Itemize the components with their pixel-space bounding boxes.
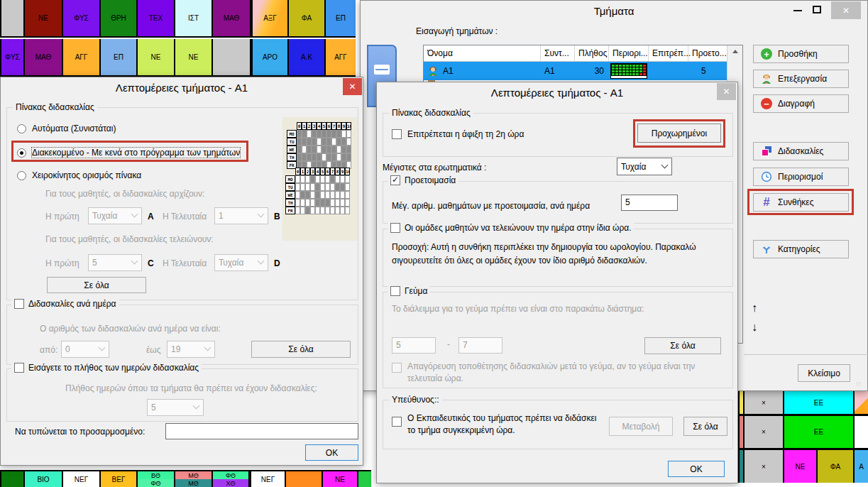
timetable-cell: Α	[853, 450, 868, 483]
resize-grip[interactable]: ∷	[857, 381, 864, 388]
lunch-from-input[interactable]: 5	[392, 337, 436, 354]
maximize-icon[interactable]	[813, 6, 821, 13]
minigrid-cell	[346, 138, 351, 146]
ok-button-left[interactable]: OK	[305, 444, 358, 461]
add-button[interactable]: + Προσθήκη	[753, 45, 849, 63]
minigrid-cell	[326, 138, 331, 146]
advanced-button[interactable]: Προχωρημένοι	[637, 124, 721, 143]
left-dialog-titlebar[interactable]: Λεπτομέρειες τμήματος - A1 ✕	[1, 77, 363, 97]
arrival-checkbox-row[interactable]: Επιτρέπεται η άφιξη τη 2η ώρα	[392, 129, 524, 139]
minigrid-cell	[341, 138, 346, 146]
preview-grid-2[interactable]: 012345678910MOTUWETHFR	[285, 168, 350, 214]
lunch-to-input[interactable]: 7	[458, 337, 502, 354]
radio-icon[interactable]	[17, 171, 26, 180]
categories-button[interactable]: Κατηγορίες	[753, 240, 849, 258]
arrival-checkbox[interactable]	[392, 129, 402, 139]
lunch-checkbox[interactable]	[390, 286, 400, 296]
radio-automatic[interactable]: Αυτόματα (Συνιστάται)	[17, 124, 116, 133]
minigrid-cell	[331, 130, 336, 138]
change-button[interactable]: Μεταβολή	[609, 417, 673, 436]
col-name[interactable]: Όνομα	[424, 45, 541, 61]
squares-icon	[761, 146, 772, 157]
teachings-button[interactable]: Διδασκαλίες	[753, 142, 849, 160]
minigrid-cell	[305, 199, 310, 207]
minimize-icon[interactable]	[793, 10, 802, 11]
group-per-day-caption[interactable]: Διδασκαλίες ανά ημέρα	[11, 299, 119, 309]
minigrid-cell	[310, 191, 315, 199]
row-count: 30	[595, 66, 604, 76]
timetable-cell: ΝΕΓ	[248, 471, 285, 487]
minigrid-cell	[305, 207, 310, 214]
table-row[interactable]: A1 A1 30 5	[424, 62, 742, 80]
radio-icon-selected[interactable]	[17, 148, 26, 158]
group-preparation-caption[interactable]: Προετοιμασία	[388, 175, 458, 185]
minigrid-cell	[335, 183, 340, 191]
move-up-icon[interactable]: ↑	[752, 302, 757, 314]
col-allowed[interactable]: Επιτρέπ...	[649, 45, 688, 61]
timetable-cell: ΜΑΘ	[23, 39, 62, 75]
titlebar[interactable]: Τμήματα ✕	[361, 1, 867, 21]
minigrid-cell	[305, 183, 310, 191]
minigrid-cell	[331, 138, 336, 146]
first-start-dropdown[interactable]: Τυχαία	[88, 207, 142, 224]
radio-intermittent[interactable]: Διακεκομμένο - Με κενά στο πρόγραμμα των…	[17, 148, 240, 158]
per-day-checkbox[interactable]	[14, 299, 24, 309]
apply-all-button-1[interactable]: Σε όλα	[47, 277, 146, 293]
days-count-dropdown[interactable]: 5	[147, 399, 204, 416]
max-questions-dropdown[interactable]: Τυχαία	[617, 158, 672, 175]
preparation-checkbox[interactable]	[390, 175, 400, 185]
col-count[interactable]: Πλήθος	[575, 45, 609, 61]
close-window-button[interactable]: Κλείσιμο	[798, 364, 850, 382]
minigrid-cell	[307, 138, 312, 146]
group-same-hour-caption[interactable]: Οι ομάδες μαθητών να τελειώνουν την ημέρ…	[388, 223, 634, 233]
group-lunch-caption[interactable]: Γεύμα	[388, 286, 430, 296]
minigrid-cell	[300, 199, 305, 207]
middle-dialog-titlebar[interactable]: Λεπτομέρειες τμήματος - A1 ✕	[377, 82, 737, 102]
responsible-row[interactable]: Ο Εκπαιδευτικός του τμήματος πρέπει να δ…	[392, 412, 598, 437]
custom-print-input[interactable]	[165, 423, 358, 439]
no-after-lunch-row[interactable]: Απαγόρευση τοποθέτησης διδασκαλιών μετά …	[392, 361, 705, 385]
radio-manual[interactable]: Χειροκίνητος ορισμός πίνακα	[17, 170, 141, 180]
col-short[interactable]: Συντ...	[541, 45, 575, 61]
timetable-cell	[285, 471, 322, 487]
restrictions-button[interactable]: Περιορισμοί	[753, 168, 849, 186]
preview-grid-1[interactable]: 012345678910MOTUWETHFR	[287, 122, 351, 169]
move-down-icon[interactable]: ↓	[752, 321, 757, 334]
col-restrictions[interactable]: Περιορι...	[609, 45, 649, 61]
responsible-checkbox[interactable]	[392, 417, 402, 427]
minigrid-cell	[307, 153, 312, 161]
delete-button[interactable]: − Διαγραφή	[753, 94, 849, 113]
minigrid-cell	[336, 138, 341, 146]
last-start-value: 1	[219, 211, 224, 221]
apply-all-button-2[interactable]: Σε όλα	[251, 341, 351, 358]
same-hour-checkbox[interactable]	[390, 223, 400, 233]
last-end-dropdown[interactable]: Τυχαία	[214, 254, 268, 271]
row-name: A1	[443, 66, 454, 76]
close-icon[interactable]: ✕	[343, 78, 362, 95]
radio-icon[interactable]	[17, 124, 26, 133]
last-start-dropdown[interactable]: 1	[214, 207, 268, 224]
minigrid-cell	[325, 175, 330, 183]
to-dropdown[interactable]: 19	[167, 341, 215, 358]
close-icon[interactable]: ✕	[717, 83, 736, 100]
first-end-dropdown[interactable]: 5	[88, 254, 142, 271]
from-dropdown[interactable]: 0	[61, 341, 109, 358]
custom-print-label: Να τυπώνεται το προσαρμοσμένο:	[15, 427, 145, 437]
apply-all-button-3[interactable]: Σε όλα	[644, 337, 721, 354]
no-after-lunch-checkbox[interactable]	[392, 363, 402, 373]
scroll-up-icon[interactable]	[727, 45, 742, 58]
apply-all-button-4[interactable]: Σε όλα	[683, 417, 727, 436]
group-teaching-table-2-caption: Πίνακας διδασκαλίας	[389, 108, 473, 118]
conditions-button[interactable]: # Συνθήκες	[753, 193, 849, 212]
ok-button-middle[interactable]: OK	[668, 461, 725, 477]
row-prep: 5	[701, 66, 706, 76]
close-icon[interactable]: ✕	[831, 1, 861, 19]
minigrid-cell	[297, 146, 302, 153]
prep-max-input[interactable]: 5	[621, 195, 678, 211]
edit-button[interactable]: Επεξεργασία	[753, 70, 849, 88]
col-prep[interactable]: Προετο...	[688, 45, 727, 61]
days-count-checkbox[interactable]	[14, 363, 24, 373]
minigrid-cell	[340, 199, 345, 207]
minigrid-cell	[310, 183, 315, 191]
group-days-count-caption[interactable]: Εισάγετε το πλήθος των ημερών διδασκαλία…	[11, 363, 202, 373]
